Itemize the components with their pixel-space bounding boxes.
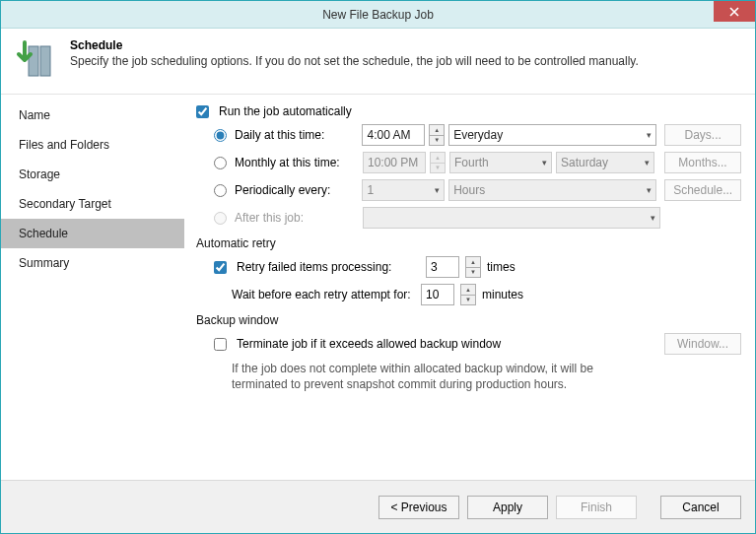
months-button-label: Months... bbox=[678, 156, 726, 169]
periodic-unit-value: Hours bbox=[453, 183, 485, 197]
after-job-label: After this job: bbox=[235, 211, 359, 225]
retry-row: Retry failed items processing: 3 ▲▼ time… bbox=[214, 256, 741, 278]
sidebar-item-name[interactable]: Name bbox=[1, 100, 184, 130]
monthly-time-input: 10:00 PM bbox=[363, 152, 426, 173]
sidebar-item-label: Schedule bbox=[19, 227, 68, 240]
run-automatically-row: Run the job automatically bbox=[196, 104, 741, 118]
cancel-button[interactable]: Cancel bbox=[660, 496, 741, 519]
sidebar-item-label: Storage bbox=[19, 167, 60, 181]
window-button-label: Window... bbox=[677, 337, 728, 351]
down-arrow-icon[interactable]: ▼ bbox=[430, 136, 444, 146]
close-icon bbox=[729, 7, 739, 17]
daily-scope-value: Everyday bbox=[453, 128, 503, 142]
retry-count-spinner[interactable]: ▲▼ bbox=[465, 256, 481, 278]
previous-button[interactable]: < Previous bbox=[378, 496, 459, 519]
monthly-time-spinner: ▲▼ bbox=[430, 152, 446, 173]
sidebar-item-schedule[interactable]: Schedule bbox=[1, 219, 184, 248]
retry-checkbox[interactable] bbox=[214, 261, 227, 274]
periodic-value: 1 bbox=[367, 183, 374, 197]
titlebar: New File Backup Job bbox=[1, 1, 755, 29]
cancel-button-label: Cancel bbox=[682, 501, 719, 514]
days-button-label: Days... bbox=[684, 128, 721, 142]
chevron-down-icon: ▾ bbox=[645, 158, 650, 167]
retry-section-title: Automatic retry bbox=[196, 236, 741, 250]
sidebar-item-label: Secondary Target bbox=[19, 197, 111, 211]
days-button: Days... bbox=[664, 124, 741, 146]
svg-rect-1 bbox=[40, 46, 50, 76]
monthly-ordinal-value: Fourth bbox=[454, 156, 489, 169]
backup-window-row: Terminate job if it exceeds allowed back… bbox=[214, 333, 741, 355]
finish-button: Finish bbox=[556, 496, 637, 519]
close-button[interactable] bbox=[714, 1, 755, 22]
periodic-label: Periodically every: bbox=[235, 183, 358, 197]
run-automatically-label: Run the job automatically bbox=[219, 104, 352, 118]
wizard-sidebar: Name Files and Folders Storage Secondary… bbox=[1, 95, 184, 480]
months-button: Months... bbox=[664, 152, 741, 173]
wizard-step-subtitle: Specify the job scheduling options. If y… bbox=[70, 54, 639, 68]
finish-button-label: Finish bbox=[581, 501, 612, 514]
window-button: Window... bbox=[664, 333, 741, 355]
wizard-header-text: Schedule Specify the job scheduling opti… bbox=[70, 38, 639, 68]
retry-count-value: 3 bbox=[431, 260, 438, 274]
sidebar-item-files-and-folders[interactable]: Files and Folders bbox=[1, 130, 184, 160]
sidebar-item-secondary-target[interactable]: Secondary Target bbox=[1, 189, 184, 219]
retry-count-input[interactable]: 3 bbox=[426, 256, 459, 278]
periodic-unit-combo: Hours▾ bbox=[448, 179, 656, 201]
up-arrow-icon[interactable]: ▲ bbox=[466, 257, 480, 268]
daily-label: Daily at this time: bbox=[235, 128, 358, 142]
retry-wait-spinner[interactable]: ▲▼ bbox=[460, 284, 476, 305]
down-arrow-icon[interactable]: ▼ bbox=[461, 296, 475, 305]
backup-window-note: If the job does not complete within allo… bbox=[232, 361, 636, 392]
schedule-button-label: Schedule... bbox=[673, 183, 732, 197]
schedule-button: Schedule... bbox=[664, 179, 741, 201]
wizard-content: Run the job automatically Daily at this … bbox=[184, 95, 755, 480]
daily-time-input[interactable]: 4:00 AM bbox=[362, 124, 425, 146]
chevron-down-icon: ▾ bbox=[647, 185, 652, 195]
wizard-header: Schedule Specify the job scheduling opti… bbox=[1, 29, 755, 95]
monthly-time-value: 10:00 PM bbox=[368, 156, 418, 169]
down-arrow-icon[interactable]: ▼ bbox=[466, 268, 480, 278]
periodic-row: Periodically every: 1▾ Hours▾ Schedule..… bbox=[214, 179, 741, 201]
wizard-footer: < Previous Apply Finish Cancel bbox=[1, 480, 755, 533]
apply-button[interactable]: Apply bbox=[467, 496, 548, 519]
run-automatically-checkbox[interactable] bbox=[196, 105, 209, 118]
wizard-step-title: Schedule bbox=[70, 38, 639, 52]
window-title: New File Backup Job bbox=[322, 8, 434, 22]
terminate-checkbox[interactable] bbox=[214, 338, 227, 351]
retry-wait-label: Wait before each retry attempt for: bbox=[232, 288, 415, 301]
terminate-label: Terminate job if it exceeds allowed back… bbox=[237, 337, 501, 351]
apply-button-label: Apply bbox=[493, 501, 522, 514]
sidebar-item-label: Name bbox=[19, 108, 50, 122]
retry-label: Retry failed items processing: bbox=[237, 260, 420, 274]
daily-time-spinner[interactable]: ▲▼ bbox=[429, 124, 445, 146]
monthly-radio[interactable] bbox=[214, 157, 227, 169]
monthly-row: Monthly at this time: 10:00 PM ▲▼ Fourth… bbox=[214, 152, 741, 173]
backup-window-section-title: Backup window bbox=[196, 313, 741, 327]
after-job-row: After this job: ▾ bbox=[214, 207, 741, 229]
periodic-value-combo: 1▾ bbox=[362, 179, 445, 201]
previous-button-label: < Previous bbox=[390, 501, 447, 514]
retry-wait-input[interactable]: 10 bbox=[421, 284, 454, 305]
retry-wait-value: 10 bbox=[426, 288, 439, 301]
chevron-down-icon: ▾ bbox=[647, 130, 652, 140]
up-arrow-icon[interactable]: ▲ bbox=[430, 125, 444, 136]
up-arrow-icon: ▲ bbox=[431, 153, 445, 164]
daily-radio[interactable] bbox=[214, 129, 227, 142]
monthly-day-value: Saturday bbox=[561, 156, 608, 169]
wizard-body: Name Files and Folders Storage Secondary… bbox=[1, 95, 755, 480]
chevron-down-icon: ▾ bbox=[435, 185, 440, 195]
daily-scope-combo[interactable]: Everyday▾ bbox=[448, 124, 656, 146]
down-arrow-icon: ▼ bbox=[431, 164, 445, 173]
monthly-label: Monthly at this time: bbox=[235, 156, 359, 169]
retry-wait-row: Wait before each retry attempt for: 10 ▲… bbox=[232, 284, 741, 305]
sidebar-item-storage[interactable]: Storage bbox=[1, 160, 184, 189]
after-job-combo: ▾ bbox=[363, 207, 660, 229]
svg-rect-0 bbox=[29, 46, 38, 76]
sidebar-item-summary[interactable]: Summary bbox=[1, 248, 184, 278]
after-job-radio bbox=[214, 212, 227, 225]
up-arrow-icon[interactable]: ▲ bbox=[461, 285, 475, 296]
monthly-ordinal-combo: Fourth▾ bbox=[449, 152, 552, 173]
retry-times-label: times bbox=[487, 260, 515, 274]
retry-minutes-label: minutes bbox=[482, 288, 523, 301]
periodic-radio[interactable] bbox=[214, 184, 227, 197]
